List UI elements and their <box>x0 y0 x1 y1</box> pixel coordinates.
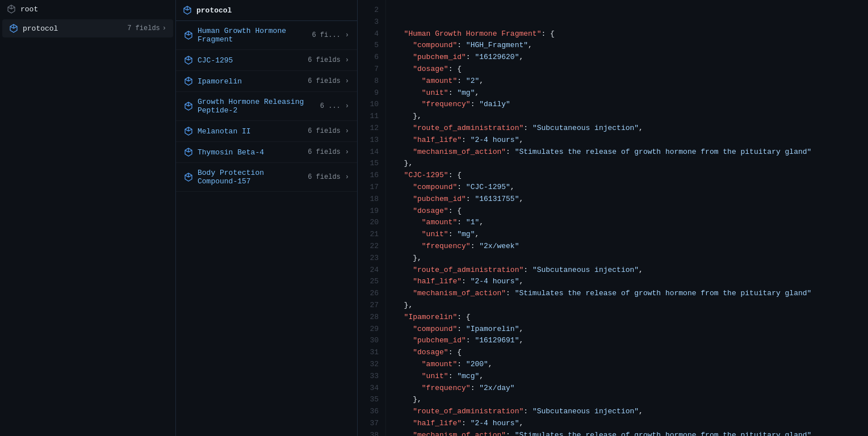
item-fields: 6 fields <box>308 77 341 85</box>
code-line: }, <box>395 158 868 170</box>
code-line: }, <box>395 300 868 312</box>
code-line: "route_of_administration": "Subcutaneous… <box>395 265 868 276</box>
line-number: 9 <box>358 87 385 99</box>
line-number: 6 <box>358 52 385 64</box>
item-chevron-icon: › <box>345 77 349 85</box>
list-item[interactable]: Body Protection Compound-1576 fields› <box>176 163 357 192</box>
line-number: 30 <box>358 335 385 347</box>
item-cube-icon <box>184 31 193 40</box>
list-item[interactable]: Melanotan II6 fields› <box>176 121 357 142</box>
line-number: 31 <box>358 347 385 359</box>
line-number: 34 <box>358 383 385 395</box>
line-number: 24 <box>358 265 385 276</box>
code-line: "amount": "2", <box>395 76 868 87</box>
code-line: "compound": "CJC-1295", <box>395 182 868 194</box>
line-number: 23 <box>358 253 385 265</box>
code-line: "half_life": "2-4 hours", <box>395 276 868 288</box>
code-line: "frequency": "daily" <box>395 99 868 111</box>
code-line: "half_life": "2-4 hours", <box>395 418 868 430</box>
item-cube-icon <box>184 127 193 136</box>
protocol-label: protocol <box>23 24 58 33</box>
item-fields: 6 ... <box>320 102 341 110</box>
list-item[interactable]: Ipamorelin6 fields› <box>176 71 357 92</box>
item-fields: 6 fi... <box>312 31 340 39</box>
line-number: 29 <box>358 324 385 336</box>
line-number: 33 <box>358 371 385 383</box>
item-name: Melanotan II <box>198 127 303 136</box>
item-chevron-icon: › <box>345 148 349 156</box>
protocol-chevron-icon: › <box>162 24 166 32</box>
code-line: "mechanism_of_action": "Stimulates the r… <box>395 430 868 436</box>
list-item[interactable]: Growth Hormone Releasing Peptide-26 ...› <box>176 92 357 121</box>
item-cube-icon <box>184 77 193 86</box>
left-panel: root protocol 7 fields › <box>0 0 176 436</box>
line-number: 8 <box>358 76 385 87</box>
code-line: "unit": "mcg", <box>395 371 868 383</box>
line-number: 35 <box>358 394 385 406</box>
code-line: "compound": "HGH_Fragment", <box>395 40 868 52</box>
line-number: 14 <box>358 146 385 158</box>
item-cube-icon <box>184 102 193 111</box>
line-number: 25 <box>358 276 385 288</box>
code-line: "mechanism_of_action": "Stimulates the r… <box>395 288 868 300</box>
line-number: 3 <box>358 16 385 28</box>
code-line: "amount": "200", <box>395 359 868 371</box>
item-chevron-icon: › <box>345 127 349 135</box>
item-chevron-icon: › <box>345 102 349 110</box>
root-label: root <box>20 5 38 14</box>
line-number: 21 <box>358 229 385 241</box>
code-line: }, <box>395 111 868 123</box>
line-number: 7 <box>358 64 385 76</box>
line-number: 15 <box>358 158 385 170</box>
list-item[interactable]: Thymosin Beta-46 fields› <box>176 142 357 163</box>
code-line: }, <box>395 253 868 265</box>
code-line: "frequency": "2x/day" <box>395 383 868 395</box>
code-line: "unit": "mg", <box>395 87 868 99</box>
item-name: Body Protection Compound-157 <box>198 169 303 186</box>
line-numbers: 2345678910111213141516171819202122232425… <box>358 0 386 436</box>
line-number: 32 <box>358 359 385 371</box>
code-line: "frequency": "2x/week" <box>395 241 868 253</box>
code-line: "compound": "Ipamorelin", <box>395 324 868 336</box>
line-number: 26 <box>358 288 385 300</box>
line-number: 18 <box>358 194 385 206</box>
compound-list: Human Growth Hormone Fragment6 fi...›CJC… <box>176 21 357 192</box>
code-line: "amount": "1", <box>395 217 868 229</box>
line-number: 13 <box>358 135 385 146</box>
line-number: 2 <box>358 5 385 16</box>
line-number: 36 <box>358 406 385 418</box>
list-item[interactable]: Human Growth Hormone Fragment6 fi...› <box>176 21 357 50</box>
item-fields: 6 fields <box>308 127 341 135</box>
item-fields: 6 fields <box>308 56 341 64</box>
protocol-cube-icon <box>9 24 18 33</box>
line-number: 12 <box>358 123 385 135</box>
middle-header-title: protocol <box>196 6 232 15</box>
code-line: "CJC-1295": { <box>395 170 868 182</box>
protocol-nav-item[interactable]: protocol 7 fields › <box>2 19 173 37</box>
item-chevron-icon: › <box>345 31 349 39</box>
code-view[interactable]: 2345678910111213141516171819202122232425… <box>358 0 868 436</box>
line-number: 17 <box>358 182 385 194</box>
code-content: "Human Growth Hormone Fragment": { "comp… <box>386 0 868 436</box>
item-name: Growth Hormone Releasing Peptide-2 <box>198 98 316 115</box>
code-line: "route_of_administration": "Subcutaneous… <box>395 406 868 418</box>
line-number: 20 <box>358 217 385 229</box>
code-line: "pubchem_id": "16129620", <box>395 52 868 64</box>
line-number: 38 <box>358 430 385 436</box>
middle-header-cube-icon <box>183 6 192 15</box>
item-cube-icon <box>184 173 193 182</box>
code-line: }, <box>395 394 868 406</box>
list-item[interactable]: CJC-12956 fields› <box>176 50 357 71</box>
code-line: "dosage": { <box>395 64 868 76</box>
line-number: 11 <box>358 111 385 123</box>
item-chevron-icon: › <box>345 173 349 181</box>
code-line: "unit": "mg", <box>395 229 868 241</box>
code-line: "half_life": "2-4 hours", <box>395 135 868 146</box>
line-number: 4 <box>358 28 385 40</box>
line-number: 5 <box>358 40 385 52</box>
line-number: 10 <box>358 99 385 111</box>
code-line: "route_of_administration": "Subcutaneous… <box>395 123 868 135</box>
code-line: "Ipamorelin": { <box>395 312 868 324</box>
root-item[interactable]: root <box>0 0 175 18</box>
item-name: CJC-1295 <box>198 56 303 65</box>
